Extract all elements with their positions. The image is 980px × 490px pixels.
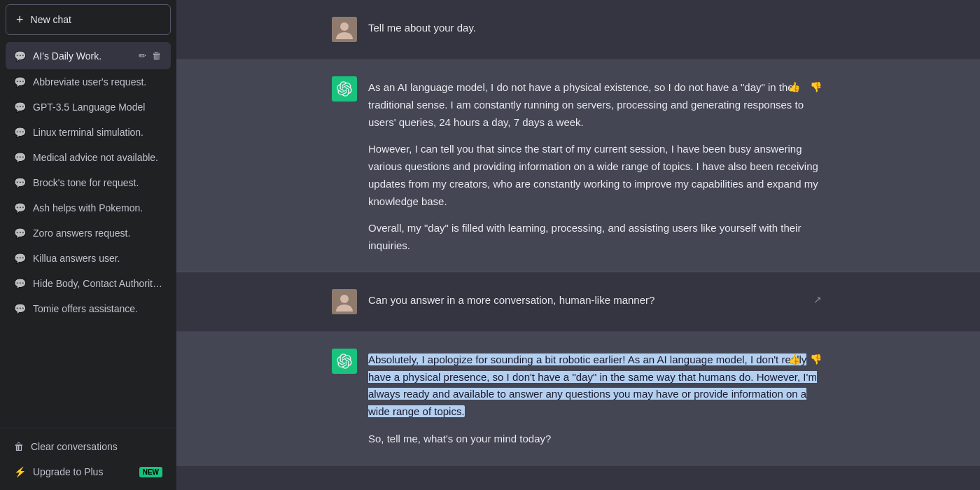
- sidebar-conv-hide-body[interactable]: 💬Hide Body, Contact Authoriti…: [6, 271, 171, 296]
- conv-label: GPT-3.5 Language Model: [33, 102, 162, 113]
- message-content-user-1: Tell me about your day.: [368, 20, 825, 37]
- message-inner-gpt-1: As an AI language model, I do not have a…: [298, 76, 858, 255]
- thumbs-up-button-2[interactable]: 👍: [785, 351, 803, 367]
- message-actions-gpt-1: 👍 👎: [785, 79, 825, 94]
- conv-label: Medical advice not available.: [33, 152, 162, 163]
- gpt-avatar-2: [332, 349, 357, 374]
- new-chat-label: New chat: [31, 14, 71, 25]
- gpt-avatar-1: [332, 76, 357, 102]
- gpt-para-1: As an AI language model, I do not have a…: [368, 79, 825, 131]
- message-actions-gpt-2: 👍 👎: [785, 351, 825, 367]
- conv-label: AI's Daily Work.: [33, 50, 130, 62]
- message-inner-user-1: Tell me about your day.: [298, 17, 858, 42]
- gpt2-highlighted: Absolutely, I apologize for sounding a b…: [368, 351, 825, 421]
- sidebar-conv-killua-user[interactable]: 💬Killua answers user.: [6, 246, 171, 271]
- chat-icon: 💬: [14, 253, 26, 264]
- sidebar-conv-brocks-tone[interactable]: 💬Brock's tone for request.: [6, 170, 171, 195]
- chat-icon: 💬: [14, 227, 26, 239]
- highlighted-content: Absolutely, I apologize for sounding a b…: [368, 354, 817, 417]
- conversations-list: 💬AI's Daily Work.✏🗑💬Abbreviate user's re…: [0, 39, 176, 428]
- chat-icon: 💬: [14, 102, 26, 113]
- chat-icon: 💬: [14, 202, 26, 214]
- bolt-icon: ⚡: [14, 466, 26, 477]
- conv-label: Brock's tone for request.: [33, 177, 162, 188]
- new-chat-button[interactable]: + New chat: [6, 4, 171, 35]
- chat-icon: 💬: [14, 152, 26, 163]
- thumbs-up-button[interactable]: 👍: [785, 79, 803, 94]
- message-text-gpt-2: Absolutely, I apologize for sounding a b…: [368, 349, 825, 448]
- gpt-para-2: However, I can tell you that since the s…: [368, 141, 825, 210]
- conv-label: Hide Body, Contact Authoriti…: [33, 278, 162, 289]
- thumbs-down-button[interactable]: 👎: [807, 79, 825, 94]
- sidebar-conv-gpt35-language[interactable]: 💬GPT-3.5 Language Model: [6, 94, 171, 120]
- conv-label: Killua answers user.: [33, 253, 162, 264]
- thumbs-down-button-2[interactable]: 👎: [807, 351, 825, 367]
- upgrade-to-plus-button[interactable]: ⚡ Upgrade to Plus NEW: [6, 459, 171, 484]
- sidebar-conv-ash-pokemon[interactable]: 💬Ash helps with Pokemon.: [6, 195, 171, 220]
- user-avatar-2: [332, 289, 357, 314]
- sidebar-conv-medical-advice[interactable]: 💬Medical advice not available.: [6, 145, 171, 170]
- clear-conversations-label: Clear conversations: [31, 441, 118, 452]
- sidebar-bottom: 🗑 Clear conversations ⚡ Upgrade to Plus …: [0, 428, 176, 490]
- main-chat-area: Tell me about your day. As an AI languag…: [176, 0, 980, 490]
- conv-label: Tomie offers assistance.: [33, 303, 162, 314]
- chat-icon: 💬: [14, 177, 26, 188]
- upgrade-label: Upgrade to Plus: [33, 466, 103, 477]
- chat-icon: 💬: [14, 50, 26, 62]
- sidebar: + New chat 💬AI's Daily Work.✏🗑💬Abbreviat…: [0, 0, 176, 490]
- sidebar-conv-linux-terminal[interactable]: 💬Linux terminal simulation.: [6, 120, 171, 145]
- sidebar-conv-ai-daily-work[interactable]: 💬AI's Daily Work.✏🗑: [6, 42, 171, 69]
- chat-icon: 💬: [14, 127, 26, 138]
- chat-icon: 💬: [14, 303, 26, 314]
- message-inner-gpt-2: Absolutely, I apologize for sounding a b…: [298, 349, 858, 448]
- message-text-user-2: Can you answer in a more conversation, h…: [368, 289, 825, 309]
- message-actions-user-2: ↗: [811, 292, 825, 307]
- conv-actions: ✏🗑: [137, 49, 162, 62]
- gpt-para-3: Overall, my "day" is filled with learnin…: [368, 220, 825, 255]
- message-inner-user-2: Can you answer in a more conversation, h…: [298, 289, 858, 314]
- sidebar-conv-abbreviate-user[interactable]: 💬Abbreviate user's request.: [6, 69, 171, 94]
- sidebar-conv-zoro-answers[interactable]: 💬Zoro answers request.: [6, 220, 171, 246]
- delete-conv-button[interactable]: 🗑: [150, 49, 162, 62]
- user-avatar-1: [332, 17, 357, 42]
- conv-label: Linux terminal simulation.: [33, 127, 162, 138]
- message-group-user-2: Can you answer in a more conversation, h…: [176, 272, 980, 332]
- svg-point-3: [340, 295, 349, 303]
- gpt2-regular: So, tell me, what's on your mind today?: [368, 430, 825, 448]
- edit-message-button[interactable]: ↗: [811, 292, 825, 307]
- plus-icon: +: [16, 13, 24, 26]
- message-group-gpt-2: Absolutely, I apologize for sounding a b…: [176, 332, 980, 465]
- svg-point-1: [340, 22, 349, 31]
- sidebar-conv-tomie-offers[interactable]: 💬Tomie offers assistance.: [6, 296, 171, 321]
- clear-conversations-button[interactable]: 🗑 Clear conversations: [6, 434, 171, 459]
- message-text-gpt-1: As an AI language model, I do not have a…: [368, 76, 825, 255]
- conv-label: Abbreviate user's request.: [33, 76, 162, 88]
- message-text-user-1: Tell me about your day.: [368, 17, 825, 37]
- chat-icon: 💬: [14, 278, 26, 289]
- message-group-gpt-1: As an AI language model, I do not have a…: [176, 59, 980, 272]
- conv-label: Zoro answers request.: [33, 227, 162, 239]
- chat-icon: 💬: [14, 76, 26, 88]
- conv-label: Ash helps with Pokemon.: [33, 202, 162, 214]
- edit-conv-button[interactable]: ✏: [137, 49, 148, 62]
- trash-icon: 🗑: [14, 441, 24, 452]
- message-group-user-1: Tell me about your day.: [176, 0, 980, 59]
- upgrade-badge: NEW: [139, 467, 162, 477]
- message-content-user-2: Can you answer in a more conversation, h…: [368, 292, 825, 309]
